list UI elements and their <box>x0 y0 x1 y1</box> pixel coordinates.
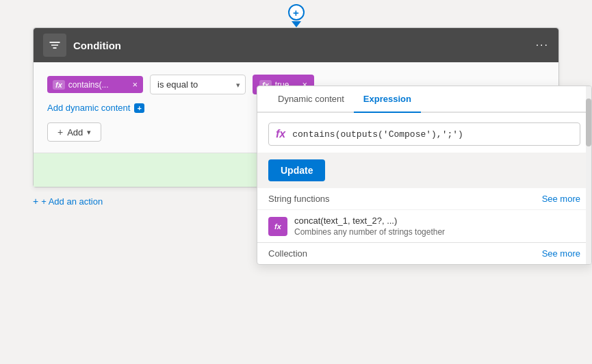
expression-label-1: contains(... <box>68 80 129 90</box>
add-plus-icon: + <box>57 127 63 138</box>
operator-wrapper[interactable]: is equal to is not equal to contains doe… <box>150 75 246 94</box>
add-action-left[interactable]: + + Add an action <box>33 196 103 207</box>
fx-label: fx <box>276 128 285 140</box>
string-functions-header: String functions See more <box>257 188 591 210</box>
add-button-label: Add <box>67 127 83 138</box>
panel-tabs: Dynamic content Expression <box>257 86 591 113</box>
concat-func-name: concat(text_1, text_2?, ...) <box>294 216 445 226</box>
update-button-row: Update <box>257 153 591 188</box>
add-action-left-label: + Add an action <box>41 196 103 207</box>
update-button[interactable]: Update <box>268 159 325 181</box>
panel-body: fx <box>257 113 591 146</box>
scrollbar-thumb[interactable] <box>586 99 591 146</box>
add-top-button[interactable]: + <box>288 4 305 21</box>
concat-func-icon: fx <box>268 217 287 236</box>
tab-expression[interactable]: Expression <box>354 86 421 113</box>
scrollbar-track[interactable] <box>586 86 591 264</box>
collection-header: Collection See more <box>257 243 591 264</box>
fx-badge-1: fx <box>53 80 65 90</box>
add-chevron-icon: ▾ <box>87 128 91 137</box>
concat-fx-icon: fx <box>274 222 281 231</box>
expression-input[interactable] <box>292 129 573 140</box>
string-functions-section: String functions See more fx concat(text… <box>257 188 591 242</box>
add-condition-button[interactable]: + Add ▾ <box>47 122 101 142</box>
card-title: Condition <box>73 40 121 51</box>
collection-see-more[interactable]: See more <box>542 248 580 259</box>
expression-panel: Dynamic content Expression fx Update Str… <box>257 86 592 265</box>
tab-dynamic-content[interactable]: Dynamic content <box>268 86 354 113</box>
add-dynamic-badge: + <box>134 103 144 113</box>
operator-select[interactable]: is equal to is not equal to contains doe… <box>150 75 246 94</box>
condition-symbol-icon <box>48 38 62 52</box>
expression-close-1[interactable]: × <box>132 79 138 90</box>
collection-title: Collection <box>268 248 307 259</box>
string-functions-title: String functions <box>268 194 330 204</box>
expression-pill-1[interactable]: fx contains(... × <box>47 76 143 93</box>
condition-icon <box>43 34 66 57</box>
card-header: Condition ··· <box>34 28 558 62</box>
add-dynamic-label: Add dynamic content <box>47 103 130 113</box>
concat-function-item[interactable]: fx concat(text_1, text_2?, ...) Combines… <box>257 210 591 242</box>
arrow-connector <box>292 21 301 27</box>
collection-section: Collection See more <box>257 242 591 264</box>
add-left-plus-icon: + <box>33 196 38 207</box>
concat-func-details: concat(text_1, text_2?, ...) Combines an… <box>294 216 445 237</box>
expression-input-row[interactable]: fx <box>268 122 580 146</box>
concat-func-desc: Combines any number of strings together <box>294 227 445 237</box>
plus-icon: + <box>293 7 299 18</box>
card-menu-button[interactable]: ··· <box>536 39 549 51</box>
string-functions-see-more[interactable]: See more <box>542 194 580 204</box>
